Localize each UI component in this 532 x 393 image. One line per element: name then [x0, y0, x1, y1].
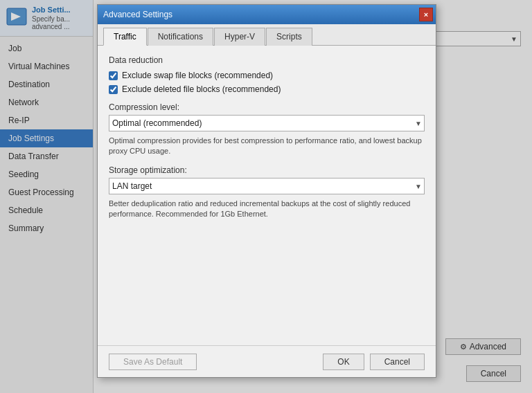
footer-right: OK Cancel — [323, 354, 425, 370]
exclude-deleted-checkbox[interactable] — [109, 85, 118, 94]
cancel-button[interactable]: Cancel — [370, 354, 425, 370]
compression-select[interactable]: None Dedupe-friendly Optimal (recommende… — [109, 115, 425, 131]
exclude-swap-checkbox[interactable] — [109, 71, 118, 80]
footer-left: Save As Default — [109, 354, 197, 370]
advanced-settings-dialog: Advanced Settings × Traffic Notification… — [97, 4, 436, 378]
compression-select-wrapper: None Dedupe-friendly Optimal (recommende… — [109, 115, 425, 131]
storage-select[interactable]: Local target (16 TB+ backup files) Local… — [109, 178, 425, 194]
compression-label: Compression level: — [109, 102, 425, 112]
dialog-title: Advanced Settings — [103, 10, 172, 19]
tab-scripts[interactable]: Scripts — [266, 28, 312, 46]
tab-traffic[interactable]: Traffic — [103, 28, 147, 46]
storage-hint: Better deduplication ratio and reduced i… — [109, 199, 425, 220]
dialog-close-button[interactable]: × — [419, 8, 433, 21]
dialog-titlebar: Advanced Settings × — [98, 5, 436, 24]
data-reduction-title: Data reduction — [109, 55, 425, 65]
save-as-default-button[interactable]: Save As Default — [109, 354, 197, 370]
exclude-deleted-label: Exclude deleted file blocks (recommended… — [122, 84, 281, 94]
storage-select-wrapper: Local target (16 TB+ backup files) Local… — [109, 178, 425, 194]
exclude-swap-label: Exclude swap file blocks (recommended) — [122, 71, 273, 80]
checkbox-row-deleted: Exclude deleted file blocks (recommended… — [109, 84, 425, 94]
dialog-traffic-content: Data reduction Exclude swap file blocks … — [98, 46, 436, 230]
storage-label: Storage optimization: — [109, 165, 425, 175]
dialog-footer: Save As Default OK Cancel — [98, 345, 436, 377]
ok-button[interactable]: OK — [323, 354, 364, 370]
compression-hint: Optimal compression provides for best co… — [109, 136, 425, 157]
checkbox-row-swap: Exclude swap file blocks (recommended) — [109, 71, 425, 80]
dialog-tabs: Traffic Notifications Hyper-V Scripts — [98, 24, 436, 46]
tab-hyperv[interactable]: Hyper-V — [214, 28, 265, 46]
tab-notifications[interactable]: Notifications — [148, 28, 213, 46]
